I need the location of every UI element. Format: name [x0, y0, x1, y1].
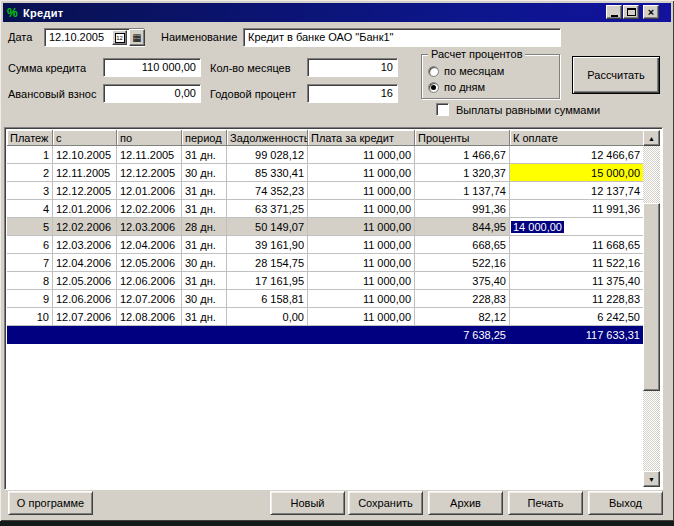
- cell[interactable]: 2: [7, 164, 53, 182]
- cell[interactable]: 12.07.2006: [53, 308, 117, 326]
- save-button[interactable]: Сохранить: [348, 491, 423, 515]
- cell[interactable]: 12.02.2006: [117, 200, 182, 218]
- months-input[interactable]: 10: [307, 58, 398, 77]
- cell[interactable]: 12.01.2006: [117, 182, 182, 200]
- cell[interactable]: 12.10.2005: [53, 146, 117, 164]
- cell[interactable]: 844,95: [415, 218, 510, 236]
- cell[interactable]: 7: [7, 254, 53, 272]
- cell[interactable]: 99 028,12: [227, 146, 308, 164]
- cell[interactable]: 11 000,00: [308, 290, 415, 308]
- cell[interactable]: 31 дн.: [182, 182, 227, 200]
- vertical-scrollbar[interactable]: ▲ ▼: [643, 130, 660, 487]
- cell[interactable]: 0,00: [227, 308, 308, 326]
- cell[interactable]: 12.03.2006: [117, 218, 182, 236]
- advance-input[interactable]: 0,00: [103, 84, 201, 103]
- cell[interactable]: 6 242,50: [510, 308, 644, 326]
- cell[interactable]: 1 137,74: [415, 182, 510, 200]
- cell[interactable]: 39 161,90: [227, 236, 308, 254]
- radio-icon[interactable]: [428, 66, 439, 77]
- cell[interactable]: 12.11.2005: [53, 164, 117, 182]
- cell[interactable]: 11 000,00: [308, 272, 415, 290]
- cell[interactable]: 15 000,00: [510, 164, 644, 182]
- cell[interactable]: 668,65: [415, 236, 510, 254]
- cell[interactable]: 31 дн.: [182, 146, 227, 164]
- cell[interactable]: 31 дн.: [182, 200, 227, 218]
- date-picker-button[interactable]: 12: [112, 30, 127, 45]
- cell[interactable]: 522,16: [415, 254, 510, 272]
- cell[interactable]: 28 дн.: [182, 218, 227, 236]
- cell[interactable]: 228,83: [415, 290, 510, 308]
- radio-option-by-days[interactable]: по дням: [428, 81, 485, 93]
- radio-option-by-months[interactable]: по месяцам: [428, 65, 504, 77]
- cell[interactable]: 991,36: [415, 200, 510, 218]
- cell[interactable]: 12.02.2006: [53, 218, 117, 236]
- cell[interactable]: 12.07.2006: [117, 290, 182, 308]
- cell[interactable]: 8: [7, 272, 53, 290]
- cell[interactable]: 50 149,07: [227, 218, 308, 236]
- cell[interactable]: 4: [7, 200, 53, 218]
- cell[interactable]: 63 371,25: [227, 200, 308, 218]
- cell[interactable]: 11 522,16: [510, 254, 644, 272]
- cell[interactable]: 11 375,40: [510, 272, 644, 290]
- cell[interactable]: 31 дн.: [182, 236, 227, 254]
- cell[interactable]: 74 352,23: [227, 182, 308, 200]
- cell[interactable]: 17 161,95: [227, 272, 308, 290]
- cell[interactable]: 11 991,36: [510, 200, 644, 218]
- cell-editor-selected-text[interactable]: 14 000,00: [511, 221, 564, 233]
- cell[interactable]: 12 466,67: [510, 146, 644, 164]
- scroll-up-button[interactable]: ▲: [643, 130, 660, 146]
- cell[interactable]: 12.08.2006: [117, 308, 182, 326]
- cell[interactable]: 28 154,75: [227, 254, 308, 272]
- scrollbar-thumb[interactable]: [643, 203, 660, 391]
- cell[interactable]: 11 668,65: [510, 236, 644, 254]
- cell[interactable]: 10: [7, 308, 53, 326]
- cell[interactable]: 12.04.2006: [117, 236, 182, 254]
- calculate-button[interactable]: Рассчитать: [572, 56, 660, 94]
- cell[interactable]: 1 320,37: [415, 164, 510, 182]
- cell[interactable]: 12.06.2006: [53, 290, 117, 308]
- scroll-down-button[interactable]: ▼: [643, 471, 660, 487]
- cell[interactable]: 12.01.2006: [53, 200, 117, 218]
- cell[interactable]: 3: [7, 182, 53, 200]
- cell[interactable]: 82,12: [415, 308, 510, 326]
- cell[interactable]: 11 000,00: [308, 218, 415, 236]
- cell[interactable]: 12.03.2006: [53, 236, 117, 254]
- cell[interactable]: 11 000,00: [308, 308, 415, 326]
- exit-button[interactable]: Выход: [588, 491, 663, 515]
- cell[interactable]: 11 000,00: [308, 182, 415, 200]
- equal-payments-checkbox[interactable]: [436, 103, 449, 116]
- cell[interactable]: 12.12.2005: [53, 182, 117, 200]
- cell[interactable]: 11 000,00: [308, 146, 415, 164]
- cell[interactable]: 11 000,00: [308, 200, 415, 218]
- cell[interactable]: 11 000,00: [308, 164, 415, 182]
- cell[interactable]: 6 158,81: [227, 290, 308, 308]
- radio-icon[interactable]: [428, 82, 439, 93]
- calendar-grid-button[interactable]: ▦: [129, 29, 145, 46]
- maximize-button[interactable]: [623, 5, 639, 19]
- cell[interactable]: 31 дн.: [182, 272, 227, 290]
- cell[interactable]: 12.04.2006: [53, 254, 117, 272]
- archive-button[interactable]: Архив: [428, 491, 503, 515]
- cell[interactable]: 11 228,83: [510, 290, 644, 308]
- cell[interactable]: 85 330,41: [227, 164, 308, 182]
- cell[interactable]: 9: [7, 290, 53, 308]
- cell[interactable]: 12 137,74: [510, 182, 644, 200]
- cell[interactable]: 12.06.2006: [117, 272, 182, 290]
- cell[interactable]: 30 дн.: [182, 254, 227, 272]
- cell[interactable]: 30 дн.: [182, 164, 227, 182]
- cell[interactable]: 12.05.2006: [117, 254, 182, 272]
- cell[interactable]: 375,40: [415, 272, 510, 290]
- titlebar[interactable]: % Кредит: [3, 3, 671, 22]
- cell[interactable]: 12.11.2005: [117, 146, 182, 164]
- new-button[interactable]: Новый: [270, 491, 345, 515]
- cell[interactable]: 30 дн.: [182, 290, 227, 308]
- cell[interactable]: 31 дн.: [182, 308, 227, 326]
- cell[interactable]: 5: [7, 218, 53, 236]
- name-input[interactable]: Кредит в банке ОАО "Банк1": [243, 28, 561, 47]
- rate-input[interactable]: 16: [307, 84, 398, 103]
- cell[interactable]: 11 000,00: [308, 254, 415, 272]
- sum-input[interactable]: 110 000,00: [103, 58, 201, 77]
- cell[interactable]: 1: [7, 146, 53, 164]
- cell[interactable]: 1 466,67: [415, 146, 510, 164]
- close-button[interactable]: ×: [643, 5, 659, 19]
